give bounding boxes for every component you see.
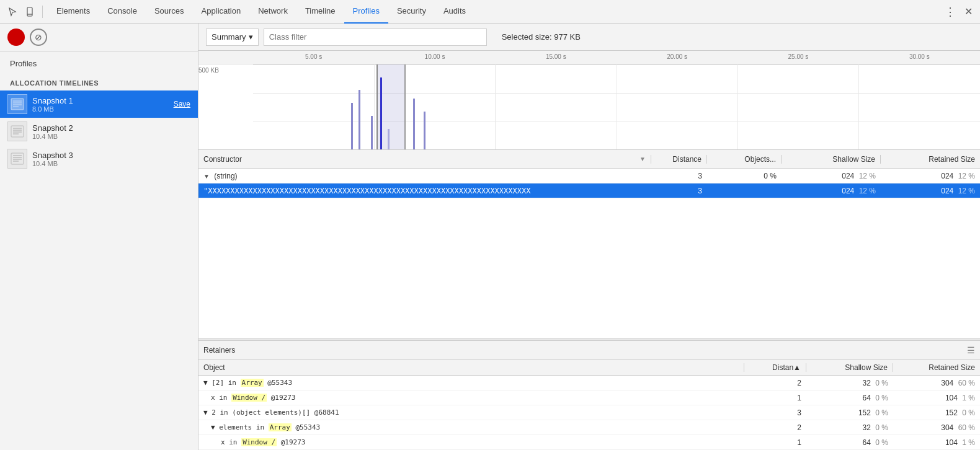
retainer-row-2[interactable]: ▼ 2 in (object elements)[] @68841 3 152 … [198, 405, 980, 420]
svg-rect-7 [11, 126, 24, 137]
bar-6 [413, 99, 415, 150]
rtd-retained-3: 304 60 % [893, 423, 980, 432]
retainer-row-1[interactable]: x in Window / @19273 1 64 0 % 104 1 % [198, 390, 980, 405]
constructor-filter-icon[interactable]: ▼ [639, 156, 646, 162]
rtd-distance-1: 1 [744, 394, 806, 402]
rtd-shallow-4: 64 0 % [806, 438, 893, 447]
bar-2 [359, 90, 360, 150]
th-distance: Distance [651, 155, 707, 164]
rtd-distance-0: 2 [744, 379, 806, 387]
rtd-object-4: x in Window / @19273 [198, 438, 744, 446]
sidebar-item-snapshot1[interactable]: Snapshot 1 8.0 MB Save [0, 90, 198, 118]
snapshot2-name: Snapshot 2 [32, 123, 73, 133]
tab-sources[interactable]: Sources [146, 0, 193, 24]
sidebar-title: Profiles [0, 51, 198, 76]
snapshot3-size: 10.4 MB [32, 160, 73, 167]
highlight-window-1: Window / [241, 438, 277, 446]
sidebar-section-title: ALLOCATION TIMELINES [0, 76, 198, 90]
cursor-icon[interactable] [5, 4, 20, 19]
snapshot2-size: 10.4 MB [32, 133, 73, 140]
rth-distance[interactable]: Distan▲ [744, 363, 806, 372]
retainers-title: Retainers [203, 346, 967, 355]
chart-area[interactable] [253, 64, 980, 150]
expand-arrow-string[interactable]: ▼ [203, 173, 210, 180]
tab-console[interactable]: Console [99, 0, 146, 24]
bar-1 [351, 103, 353, 150]
more-options-button[interactable]: ⋮ [942, 2, 958, 21]
snapshot1-info: Snapshot 1 8.0 MB [32, 96, 73, 113]
snapshot1-size: 8.0 MB [32, 105, 73, 113]
toolbar-right: ⋮ ✕ [942, 2, 975, 21]
rtd-object-1: x in Window / @19273 [198, 394, 744, 402]
retainer-row-0[interactable]: ▼ [2] in Array @55343 2 32 0 % 304 60 % [198, 376, 980, 390]
svg-rect-12 [11, 153, 24, 164]
rth-shallow: Shallow Size [806, 363, 893, 372]
rtd-retained-2: 152 0 % [893, 408, 980, 417]
retainer-row-3[interactable]: ▼ elements in Array @55343 2 32 0 % 304 … [198, 420, 980, 435]
nav-tabs: Elements Console Sources Application Net… [48, 0, 474, 24]
svg-rect-0 [27, 7, 32, 16]
table-body[interactable]: ▼ (string) 3 0 % 024 12 % 024 12 % [198, 169, 980, 338]
rtd-retained-0: 304 60 % [893, 379, 980, 387]
right-panel: Summary ▾ Selected size: 977 KB 5.00 s 1… [198, 24, 980, 450]
summary-label: Summary [212, 32, 246, 42]
td-objects-string: 0 % [707, 172, 782, 180]
timeline-chart[interactable]: 500 KB [198, 64, 980, 150]
snapshot3-icon [7, 149, 27, 169]
td-retained-string: 024 12 % [881, 172, 980, 180]
highlight-array-1: Array [269, 423, 292, 431]
rtd-shallow-2: 152 0 % [806, 408, 893, 417]
rtd-shallow-1: 64 0 % [806, 394, 893, 402]
highlight-array-0: Array [241, 379, 264, 387]
y-axis: 500 KB [198, 64, 253, 150]
table-row-string-value[interactable]: "XXXXXXXXXXXXXXXXXXXXXXXXXXXXXXXXXXXXXXX… [198, 183, 980, 198]
rtd-retained-1: 104 1 % [893, 394, 980, 402]
th-constructor: Constructor ▼ [198, 155, 651, 164]
tab-profiles[interactable]: Profiles [344, 0, 388, 24]
tab-network[interactable]: Network [249, 0, 296, 24]
rtd-shallow-0: 32 0 % [806, 379, 893, 387]
class-filter-input[interactable] [264, 29, 487, 46]
th-objects: Objects... [707, 155, 782, 164]
ruler-label-5: 25.00 s [737, 51, 858, 60]
ruler-label-4: 20.00 s [617, 51, 737, 60]
tab-security[interactable]: Security [388, 0, 435, 24]
sidebar-item-snapshot2[interactable]: Snapshot 2 10.4 MB [0, 118, 198, 145]
tab-audits[interactable]: Audits [435, 0, 474, 24]
retainers-header: Retainers ☰ [198, 341, 980, 360]
mobile-icon[interactable] [22, 4, 37, 19]
ruler-label-3: 15.00 s [496, 51, 617, 60]
bar-5 [388, 129, 390, 151]
sidebar-item-snapshot3[interactable]: Snapshot 3 10.4 MB [0, 145, 198, 172]
rtd-shallow-3: 32 0 % [806, 423, 893, 432]
table-header: Constructor ▼ Distance Objects... Shallo… [198, 150, 980, 169]
selected-size-label: Selected size: 977 KB [502, 32, 581, 42]
snapshot3-name: Snapshot 3 [32, 151, 73, 160]
save-button[interactable]: Save [174, 100, 190, 108]
dropdown-arrow-icon: ▾ [249, 32, 253, 42]
tab-elements[interactable]: Elements [48, 0, 99, 24]
snapshot2-icon [7, 121, 27, 141]
retainers-section: Retainers ☰ Object Distan▲ Shallow Size … [198, 341, 980, 450]
th-retained: Retained Size [881, 155, 980, 164]
table-row-string[interactable]: ▼ (string) 3 0 % 024 12 % 024 12 % [198, 169, 980, 183]
snapshot1-name: Snapshot 1 [32, 96, 73, 105]
sidebar: ⊘ Profiles ALLOCATION TIMELINES Snapshot… [0, 24, 198, 450]
tab-timeline[interactable]: Timeline [296, 0, 344, 24]
tab-application[interactable]: Application [193, 0, 250, 24]
clear-button[interactable]: ⊘ [30, 29, 47, 46]
summary-dropdown[interactable]: Summary ▾ [206, 29, 259, 46]
bar-4 [380, 77, 382, 150]
ruler-label-1: 5.00 s [253, 51, 374, 60]
main-layout: ⊘ Profiles ALLOCATION TIMELINES Snapshot… [0, 24, 980, 450]
close-button[interactable]: ✕ [962, 3, 975, 20]
retainer-row-4[interactable]: x in Window / @19273 1 64 0 % 104 1 % [198, 435, 980, 450]
td-constructor-string: ▼ (string) [198, 172, 651, 180]
record-button[interactable] [7, 29, 25, 46]
td-retained-string-value: 024 12 % [881, 187, 980, 195]
td-distance-string: 3 [651, 172, 707, 180]
bar-3 [371, 116, 373, 150]
y-label-500kb: 500 KB [198, 67, 224, 74]
timeline-area: 5.00 s 10.00 s 15.00 s 20.00 s 25.00 s 3… [198, 51, 980, 150]
td-constructor-string-value: "XXXXXXXXXXXXXXXXXXXXXXXXXXXXXXXXXXXXXXX… [198, 187, 651, 195]
